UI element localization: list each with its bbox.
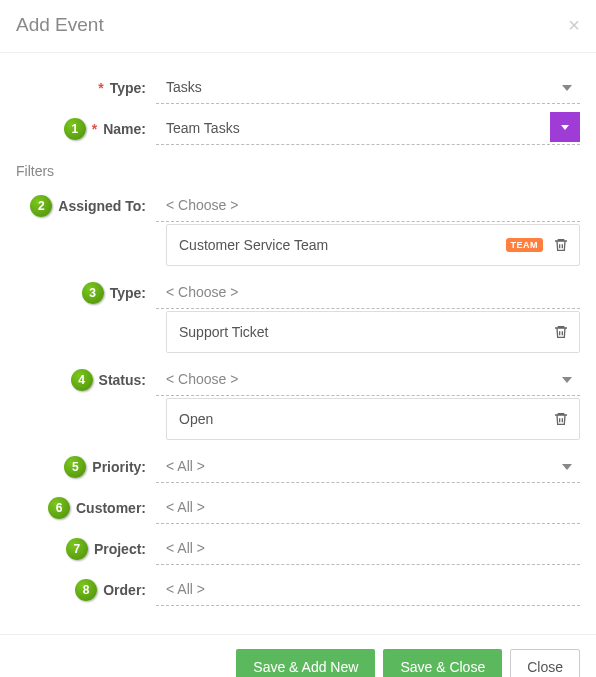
label-order-text: Order: [103,582,146,598]
label-assigned-to-text: Assigned To: [58,198,146,214]
team-badge: TEAM [506,238,544,252]
label-status-text: Status: [99,372,146,388]
row-order: 8 Order: [16,573,580,606]
step-badge-1: 1 [64,118,86,140]
filter-type-chip-text: Support Ticket [179,324,269,340]
save-add-new-button[interactable]: Save & Add New [236,649,375,677]
modal-header: Add Event × [0,0,596,53]
label-assigned-to: 2 Assigned To: [16,195,156,217]
trash-icon[interactable] [553,324,567,340]
assigned-to-chip: Customer Service Team TEAM [166,224,580,266]
filter-type-select[interactable] [156,276,580,309]
row-type: * Type: [16,71,580,104]
step-badge-4: 4 [71,369,93,391]
assigned-to-chip-text: Customer Service Team [179,237,328,253]
label-priority: 5 Priority: [16,456,156,478]
row-assigned-to: 2 Assigned To: [16,189,580,222]
customer-select[interactable] [156,491,580,524]
type-select[interactable] [156,71,580,104]
priority-select[interactable] [156,450,580,483]
assigned-to-select[interactable] [156,189,580,222]
label-type: * Type: [16,80,156,96]
label-name: 1 * Name: [16,118,156,140]
modal-body: * Type: 1 * Name: Filters [0,53,596,634]
filters-section-label: Filters [16,163,580,179]
label-filter-type: 3 Type: [16,282,156,304]
row-name: 1 * Name: [16,112,580,145]
order-select[interactable] [156,573,580,606]
row-filter-type: 3 Type: [16,276,580,309]
label-priority-text: Priority: [92,459,146,475]
row-priority: 5 Priority: [16,450,580,483]
required-marker: * [98,80,103,96]
trash-icon[interactable] [553,237,567,253]
modal-title: Add Event [16,14,104,36]
close-icon[interactable]: × [568,15,580,35]
label-status: 4 Status: [16,369,156,391]
row-status: 4 Status: [16,363,580,396]
label-customer-text: Customer: [76,500,146,516]
step-badge-6: 6 [48,497,70,519]
step-badge-3: 3 [82,282,104,304]
name-input[interactable] [156,112,580,145]
label-customer: 6 Customer: [16,497,156,519]
status-chip-text: Open [179,411,213,427]
label-order: 8 Order: [16,579,156,601]
step-badge-8: 8 [75,579,97,601]
name-dropdown-button[interactable] [550,112,580,142]
step-badge-5: 5 [64,456,86,478]
label-type-text: Type: [110,80,146,96]
step-badge-7: 7 [66,538,88,560]
status-chip: Open [166,398,580,440]
chevron-down-icon [561,125,569,130]
add-event-modal: Add Event × * Type: 1 * Name: [0,0,596,677]
row-customer: 6 Customer: [16,491,580,524]
save-close-button[interactable]: Save & Close [383,649,502,677]
label-project-text: Project: [94,541,146,557]
label-name-text: Name: [103,121,146,137]
step-badge-2: 2 [30,195,52,217]
row-project: 7 Project: [16,532,580,565]
label-filter-type-text: Type: [110,285,146,301]
status-select[interactable] [156,363,580,396]
close-button[interactable]: Close [510,649,580,677]
label-project: 7 Project: [16,538,156,560]
filter-type-chip: Support Ticket [166,311,580,353]
modal-footer: Save & Add New Save & Close Close [0,634,596,677]
required-marker: * [92,121,97,137]
project-select[interactable] [156,532,580,565]
trash-icon[interactable] [553,411,567,427]
